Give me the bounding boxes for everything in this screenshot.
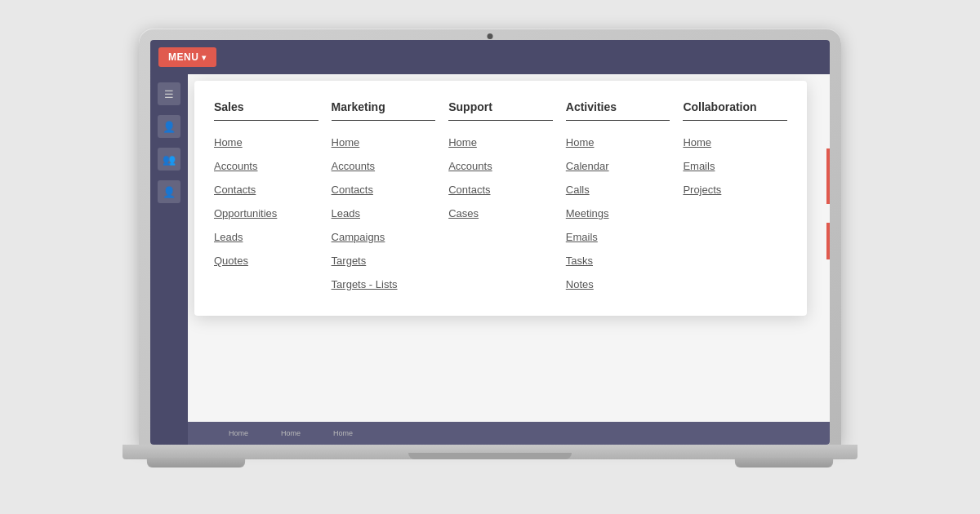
menu-item-1-5[interactable]: Targets [332, 249, 436, 273]
sidebar-icon-2[interactable]: 👤 [158, 115, 180, 138]
menu-item-0-2[interactable]: Contacts [214, 178, 318, 202]
laptop-base [122, 445, 858, 459]
menu-item-1-1[interactable]: Accounts [332, 154, 436, 178]
menu-item-3-5[interactable]: Tasks [566, 249, 670, 273]
menu-item-0-1[interactable]: Accounts [214, 154, 318, 178]
mega-menu-columns: SalesHomeAccountsContactsOpportunitiesLe… [214, 100, 787, 296]
menu-item-3-6[interactable]: Notes [566, 273, 670, 296]
app-container: MENU ☰ 👤 👥 👤 [150, 40, 830, 445]
menu-item-3-4[interactable]: Emails [566, 225, 670, 249]
column-header-4: Collaboration [683, 100, 787, 121]
laptop-screen: MENU ☰ 👤 👥 👤 [150, 40, 830, 445]
menu-column-1: MarketingHomeAccountsContactsLeadsCampai… [332, 100, 449, 296]
column-header-3: Activities [566, 100, 670, 121]
column-header-0: Sales [214, 100, 318, 121]
bottom-nav-item-2: Home [281, 429, 301, 437]
menu-column-4: CollaborationHomeEmailsProjects [683, 100, 787, 296]
menu-item-4-0[interactable]: Home [683, 131, 787, 154]
menu-item-3-1[interactable]: Calendar [566, 154, 670, 178]
sidebar: ☰ 👤 👥 👤 [150, 74, 188, 445]
bottom-nav-item-1: Home [229, 429, 248, 437]
menu-column-0: SalesHomeAccountsContactsOpportunitiesLe… [214, 100, 332, 296]
laptop-foot-left [147, 458, 246, 467]
menu-item-4-2[interactable]: Projects [683, 178, 787, 202]
red-accent-1 [826, 148, 830, 204]
menu-item-1-2[interactable]: Contacts [332, 178, 436, 202]
menu-button[interactable]: MENU [158, 47, 216, 67]
laptop-camera [488, 33, 493, 39]
menu-item-0-4[interactable]: Leads [214, 225, 318, 249]
column-header-1: Marketing [332, 100, 436, 121]
menu-item-0-0[interactable]: Home [214, 131, 318, 154]
menu-column-3: ActivitiesHomeCalendarCallsMeetingsEmail… [566, 100, 684, 296]
app-body: ☰ 👤 👥 👤 [150, 74, 830, 445]
menu-item-1-6[interactable]: Targets - Lists [332, 273, 436, 296]
column-header-2: Support [448, 100, 553, 121]
menu-item-4-1[interactable]: Emails [683, 154, 787, 178]
bottom-nav: Home Home Home [188, 422, 830, 445]
menu-item-3-3[interactable]: Meetings [566, 202, 670, 225]
laptop-foot-right [735, 458, 834, 467]
laptop-bezel: MENU ☰ 👤 👥 👤 [139, 29, 841, 445]
menu-item-2-2[interactable]: Contacts [448, 178, 553, 202]
menu-item-3-0[interactable]: Home [566, 131, 670, 154]
menu-item-1-4[interactable]: Campaigns [332, 225, 436, 249]
menu-item-2-1[interactable]: Accounts [448, 154, 553, 178]
menu-item-1-0[interactable]: Home [332, 131, 436, 154]
menu-item-0-3[interactable]: Opportunities [214, 202, 318, 225]
menu-item-2-3[interactable]: Cases [448, 202, 553, 225]
laptop-container: MENU ☰ 👤 👥 👤 [139, 29, 841, 485]
menu-column-2: SupportHomeAccountsContactsCases [448, 100, 566, 296]
menu-item-0-5[interactable]: Quotes [214, 249, 318, 273]
menu-item-3-2[interactable]: Calls [566, 178, 670, 202]
menu-item-2-0[interactable]: Home [448, 131, 553, 154]
content-area: SalesHomeAccountsContactsOpportunitiesLe… [188, 74, 830, 445]
menu-item-1-3[interactable]: Leads [332, 202, 436, 225]
app-header: MENU [150, 40, 830, 74]
bottom-nav-item-3: Home [333, 429, 353, 437]
sidebar-icon-1[interactable]: ☰ [158, 82, 180, 105]
sidebar-icon-3[interactable]: 👥 [158, 148, 180, 171]
sidebar-icon-4[interactable]: 👤 [158, 180, 180, 203]
red-accent-2 [826, 223, 830, 259]
mega-menu: SalesHomeAccountsContactsOpportunitiesLe… [194, 81, 807, 316]
